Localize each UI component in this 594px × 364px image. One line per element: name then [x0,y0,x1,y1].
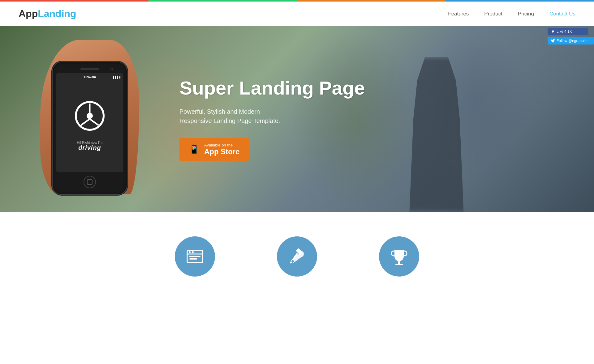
fb-label: Like 4.1K [557,29,572,34]
feature-item-tools [277,236,317,284]
trophy-icon [390,247,408,266]
phone-mockup: 11:42am ▐▐▐ ▮ Hi! [53,62,127,194]
feature-icon-trophy [379,236,419,277]
app-store-button[interactable]: 📱 Available on the App Store [179,138,249,161]
phone-camera [110,68,113,70]
phone-icon: 📱 [189,144,200,154]
battery-icon: ▮ [119,76,121,79]
signal-icon: ▐▐▐ [112,76,118,79]
svg-line-3 [81,119,90,125]
svg-rect-9 [189,256,200,257]
browser-icon [186,247,204,266]
svg-point-13 [291,260,294,263]
features-section [0,212,594,297]
phone-screen: 11:42am ▐▐▐ ▮ Hi! [56,73,123,172]
phone-status-bar: 11:42am ▐▐▐ ▮ [56,73,123,81]
phone-speaker [80,68,99,70]
hero-subtitle: Powerful, Stylish and ModernResponsive L… [179,107,569,125]
nav-features[interactable]: Features [448,11,469,17]
phone-wrapper: 11:42am ▐▐▐ ▮ Hi! [53,62,127,194]
svg-point-8 [192,251,194,253]
main-nav: Features Product Pricing Contact Us [448,11,575,17]
phone-text-large: driving [78,144,101,151]
phone-text-small: Hi! Right now I'm [77,141,103,144]
svg-rect-15 [395,264,403,265]
hero-text-block: Super Landing Page Powerful, Stylish and… [155,77,569,161]
feature-icon-tools [277,236,317,277]
nav-pricing[interactable]: Pricing [518,11,534,17]
svg-rect-10 [189,258,197,260]
svg-rect-14 [398,261,400,264]
hero-title: Super Landing Page [179,77,569,99]
nav-product[interactable]: Product [484,11,502,17]
phone-home-button [84,176,96,188]
phone-home-button-inner [87,179,93,185]
feature-item-browser [175,236,215,284]
logo: AppLanding [19,8,76,19]
hero-content: 11:42am ▐▐▐ ▮ Hi! [0,62,594,176]
phone-container: 11:42am ▐▐▐ ▮ Hi! [25,62,155,176]
feature-item-trophy [379,236,419,284]
nav-contact[interactable]: Contact Us [549,11,575,17]
app-store-label-top: Available on the [204,143,240,147]
tools-icon [288,247,306,266]
app-store-label-main: App Store [204,147,240,156]
app-store-text: Available on the App Store [204,143,240,156]
svg-line-4 [90,119,98,125]
hero-section: 11:42am ▐▐▐ ▮ Hi! [0,26,594,212]
logo-landing: Landing [38,8,76,19]
phone-time: 11:42am [84,75,96,79]
social-buttons: Like 4.1K Follow @egrappler [548,28,594,44]
facebook-like-button[interactable]: Like 4.1K [548,28,588,35]
tw-label: Follow @egrappler [557,39,588,43]
svg-point-1 [87,113,93,119]
logo-app: App [19,8,38,19]
steering-wheel-icon [74,100,105,131]
svg-point-7 [189,251,191,253]
feature-icon-browser [175,236,215,277]
twitter-follow-button[interactable]: Follow @egrappler [548,37,594,44]
header: AppLanding Features Product Pricing Cont… [0,2,594,26]
